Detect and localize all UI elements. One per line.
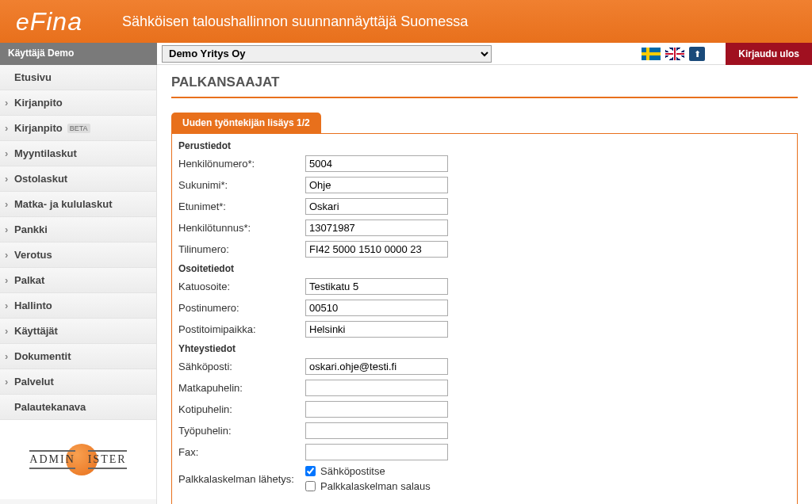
company-select[interactable]: Demo Yritys Oy	[162, 45, 492, 63]
sidebar-item-8[interactable]: Palkat	[0, 268, 156, 293]
app-header: eFina Sähköisen taloushallinnon suunnann…	[0, 0, 812, 43]
input-matkapuhelin[interactable]	[305, 380, 448, 396]
input-tilinumero[interactable]	[305, 241, 448, 258]
input-postitoimipaikka[interactable]	[305, 321, 448, 338]
administer-logo: ADMIN ISTER	[29, 444, 126, 475]
label-tyopuhelin: Työpuhelin:	[178, 425, 305, 437]
sidebar-item-1[interactable]: Kirjanpito	[0, 90, 156, 116]
input-etunimet[interactable]	[305, 198, 448, 215]
sidebar-item-label: Etusivu	[14, 71, 52, 83]
label-fax: Fax:	[178, 446, 305, 458]
sidebar-item-0[interactable]: Etusivu	[0, 65, 156, 90]
sidebar-item-9[interactable]: Hallinto	[0, 293, 156, 319]
sidebar-item-label: Hallinto	[14, 300, 52, 311]
label-henkilonumero: Henkilönumero*:	[178, 158, 305, 170]
form-panel: Perustiedot Henkilönumero*: Sukunimi*: E…	[171, 133, 798, 504]
tab-add-employee[interactable]: Uuden työntekijän lisäys 1/2	[171, 113, 321, 133]
sidebar-item-6[interactable]: Pankki	[0, 217, 156, 242]
sidebar-item-label: Matka- ja kululaskut	[14, 198, 113, 210]
checkbox-salaus[interactable]	[305, 481, 316, 491]
sidebar-item-label: Verotus	[14, 249, 52, 261]
label-henkilotunnus: Henkilötunnus*:	[178, 222, 305, 234]
sidebar: EtusivuKirjanpitoKirjanpitoBETAMyyntilas…	[0, 65, 157, 504]
input-kotipuhelin[interactable]	[305, 401, 448, 418]
input-henkilonumero[interactable]	[305, 155, 448, 172]
sidebar-item-2[interactable]: KirjanpitoBETA	[0, 116, 156, 141]
sidebar-item-12[interactable]: Palvelut	[0, 369, 156, 395]
main-content: PALKANSAAJAT Uuden työntekijän lisäys 1/…	[157, 65, 812, 504]
checkbox-salaus-label[interactable]: Palkkalaskelman salaus	[305, 480, 431, 492]
label-postitoimipaikka: Postitoimipaikka:	[178, 323, 305, 335]
beta-badge: BETA	[67, 124, 90, 133]
sidebar-footer: ADMIN ISTER	[0, 420, 156, 499]
sidebar-item-10[interactable]: Käyttäjät	[0, 319, 156, 344]
sidebar-item-label: Palkat	[14, 274, 44, 286]
checkbox-sahkopostitse-label[interactable]: Sähköpostitse	[305, 465, 431, 477]
sidebar-item-label: Palautekanava	[14, 401, 86, 413]
sidebar-item-label: Käyttäjät	[14, 325, 58, 337]
input-sahkoposti[interactable]	[305, 358, 448, 375]
flag-sweden-icon[interactable]	[642, 48, 661, 60]
label-sukunimi: Sukunimi*:	[178, 179, 305, 191]
label-matkapuhelin: Matkapuhelin:	[178, 382, 305, 394]
label-kotipuhelin: Kotipuhelin:	[178, 403, 305, 415]
label-palkkalaskelman: Palkkalaskelman lähetys:	[178, 473, 305, 485]
logout-button[interactable]: Kirjaudu ulos	[726, 43, 812, 65]
label-tilinumero: Tilinumero:	[178, 243, 305, 255]
input-sukunimi[interactable]	[305, 177, 448, 193]
sidebar-item-label: Dokumentit	[14, 350, 71, 362]
section-yhteystiedot: Yhteystiedot	[178, 340, 791, 356]
up-button[interactable]: ⬆	[689, 47, 705, 61]
sidebar-item-label: Myyntilaskut	[14, 147, 77, 159]
section-osoitetiedot: Osoitetiedot	[178, 260, 791, 276]
sidebar-item-7[interactable]: Verotus	[0, 242, 156, 268]
sidebar-item-4[interactable]: Ostolaskut	[0, 166, 156, 192]
topbar: Käyttäjä Demo Demo Yritys Oy ⬆ Kirjaudu …	[0, 43, 812, 65]
sidebar-item-label: Kirjanpito	[14, 97, 63, 109]
app-logo: eFina	[16, 7, 82, 36]
flag-uk-icon[interactable]	[665, 48, 684, 60]
input-postinumero[interactable]	[305, 300, 448, 316]
section-perustiedot: Perustiedot	[178, 137, 791, 153]
label-sahkoposti: Sähköposti:	[178, 361, 305, 372]
app-tagline: Sähköisen taloushallinnon suunnannäyttäj…	[122, 13, 468, 30]
checkbox-sahkopostitse[interactable]	[305, 466, 316, 476]
sidebar-item-label: Ostolaskut	[14, 173, 67, 185]
input-fax[interactable]	[305, 444, 448, 460]
label-etunimet: Etunimet*:	[178, 200, 305, 212]
sidebar-item-3[interactable]: Myyntilaskut	[0, 141, 156, 166]
input-henkilotunnus[interactable]	[305, 220, 448, 236]
input-tyopuhelin[interactable]	[305, 422, 448, 439]
sidebar-item-label: Kirjanpito	[14, 122, 63, 134]
label-katuosoite: Katuosoite:	[178, 281, 305, 292]
sidebar-item-label: Palvelut	[14, 376, 54, 388]
page-title: PALKANSAAJAT	[171, 74, 798, 98]
sidebar-item-13[interactable]: Palautekanava	[0, 395, 156, 420]
input-katuosoite[interactable]	[305, 278, 448, 295]
label-postinumero: Postinumero:	[178, 302, 305, 314]
sidebar-item-5[interactable]: Matka- ja kululaskut	[0, 192, 156, 217]
sidebar-item-11[interactable]: Dokumentit	[0, 344, 156, 369]
user-info: Käyttäjä Demo	[0, 43, 157, 65]
sidebar-item-label: Pankki	[14, 223, 48, 235]
